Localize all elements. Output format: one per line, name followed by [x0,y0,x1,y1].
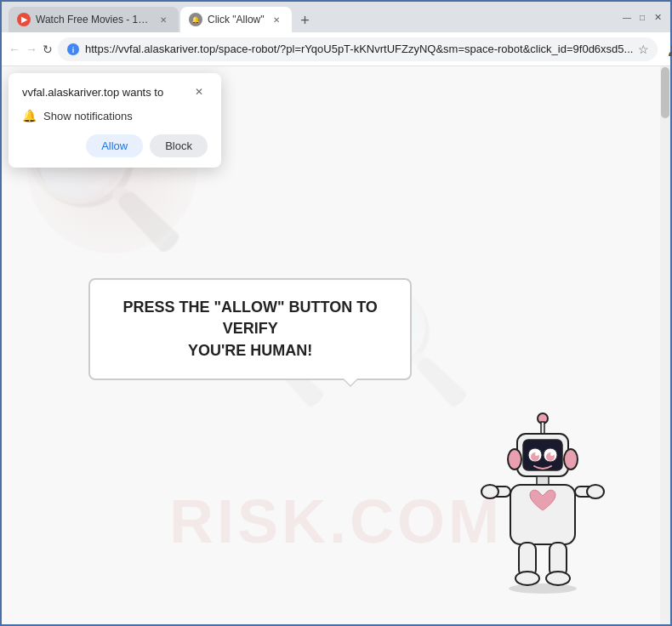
popup-title: vvfal.alaskariver.top wants to [22,86,163,99]
bubble-text: PRESS THE "ALLOW" BUTTON TO VERIFY YOU'R… [116,297,384,361]
svg-rect-15 [537,476,549,485]
svg-point-24 [546,572,570,585]
svg-point-13 [508,449,521,469]
tab-2-close[interactable]: ✕ [270,13,283,26]
svg-rect-16 [510,485,575,544]
url-text: https://vvfal.alaskariver.top/space-robo… [85,43,633,55]
address-bar[interactable]: i https://vvfal.alaskariver.top/space-ro… [58,37,658,61]
minimize-button[interactable]: — [621,11,633,23]
back-button[interactable]: ← [9,37,20,61]
tab-2-title: Click "Allow" [208,14,265,26]
svg-point-12 [550,452,554,456]
svg-point-20 [587,485,604,498]
reload-button[interactable]: ↻ [43,37,53,61]
popup-close-button[interactable]: ✕ [191,83,208,100]
popup-notification-row: 🔔 Show notifications [22,109,208,122]
forward-button[interactable]: → [26,37,37,61]
navigation-bar: ← → ↻ i https://vvfal.alaskariver.top/sp… [2,32,670,66]
profile-icon [667,42,672,57]
close-button[interactable]: ✕ [652,11,663,23]
popup-buttons: Allow Block [22,134,208,157]
watermark-text: RISK.COM [169,487,503,556]
svg-point-14 [564,449,578,469]
scrollbar-thumb[interactable] [661,67,669,118]
notification-popup: vvfal.alaskariver.top wants to ✕ 🔔 Show … [9,73,221,168]
svg-point-18 [481,485,498,498]
popup-header: vvfal.alaskariver.top wants to ✕ [22,83,208,100]
bell-icon: 🔔 [22,109,37,122]
bookmark-icon[interactable]: ☆ [638,43,649,56]
tab-1[interactable]: ▶ Watch Free Movies - 123movie ✕ [9,7,179,32]
tab-list: ▶ Watch Free Movies - 123movie ✕ 🔔 Click… [9,2,611,32]
tab-2[interactable]: 🔔 Click "Allow" ✕ [180,7,292,32]
site-favicon: i [66,43,80,56]
title-bar: ▶ Watch Free Movies - 123movie ✕ 🔔 Click… [2,2,670,32]
svg-point-25 [509,583,577,594]
svg-point-11 [535,452,538,456]
nav-icons: ⋮ [663,37,672,61]
notification-label: Show notifications [43,110,133,122]
robot-image [466,408,619,599]
new-tab-button[interactable]: + [293,9,317,32]
speech-bubble: PRESS THE "ALLOW" BUTTON TO VERIFY YOU'R… [88,278,412,380]
profile-button[interactable] [663,37,672,61]
window-controls: — □ ✕ [621,11,663,23]
tab-1-close[interactable]: ✕ [157,13,170,26]
tab-1-title: Watch Free Movies - 123movie [36,14,151,26]
main-content-area: PRESS THE "ALLOW" BUTTON TO VERIFY YOU'R… [88,278,412,380]
allow-button[interactable]: Allow [86,134,143,157]
browser-window: ▶ Watch Free Movies - 123movie ✕ 🔔 Click… [0,0,672,626]
page-content: 🔍🔍 RISK.COM 🔍 vvfal.alaskariver.top want… [2,66,670,624]
svg-point-22 [515,572,539,585]
svg-text:i: i [72,46,75,54]
robot-svg [466,408,619,595]
block-button[interactable]: Block [150,134,208,157]
scrollbar[interactable] [660,66,670,624]
maximize-button[interactable]: □ [636,11,648,23]
